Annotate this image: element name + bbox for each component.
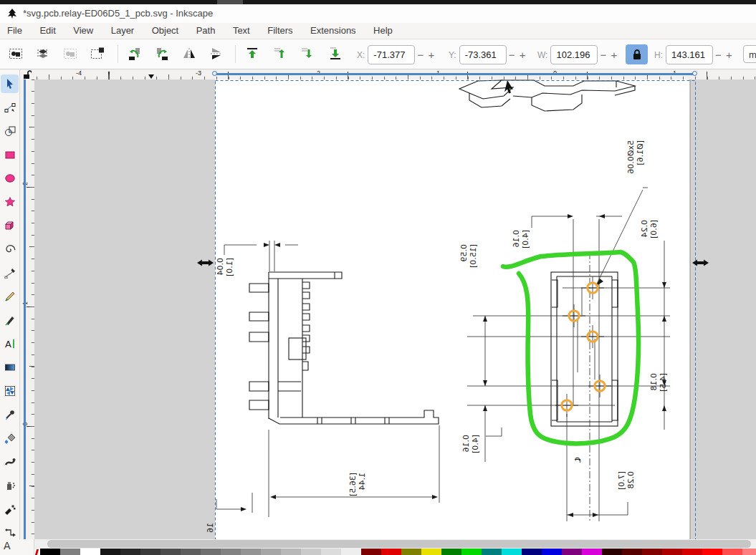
palette-swatch[interactable]: [542, 549, 562, 555]
palette-swatch[interactable]: [482, 549, 502, 555]
text-tool[interactable]: A: [1, 334, 19, 353]
menu-file[interactable]: File: [0, 23, 29, 39]
scale-handle-left[interactable]: [197, 260, 214, 266]
document-page[interactable]: [215, 79, 690, 539]
calligraphy-tool[interactable]: [1, 311, 19, 329]
w-input[interactable]: [551, 49, 598, 61]
y-increment-button[interactable]: +: [517, 46, 528, 64]
raise-to-top-button[interactable]: [241, 43, 264, 64]
menu-text[interactable]: Text: [226, 23, 257, 39]
raise-button[interactable]: [268, 43, 291, 64]
canvas-viewport[interactable]: 5xØ0.06[Ø1.6] 0.24[6.0] 0.16[4.0] 0.59[1…: [34, 79, 756, 539]
menu-layer[interactable]: Layer: [104, 23, 142, 39]
eraser-tool[interactable]: [1, 500, 19, 518]
h-decrement-button[interactable]: −: [713, 46, 724, 64]
lower-to-bottom-button[interactable]: [324, 43, 347, 64]
spray-tool[interactable]: [1, 476, 19, 495]
horizontal-ruler[interactable]: -4 -3 -2 -1 0 1: [34, 69, 756, 79]
palette-swatch[interactable]: [181, 549, 201, 555]
x-decrement-button[interactable]: −: [415, 46, 426, 64]
lock-ratio-button[interactable]: [626, 44, 648, 64]
palette-swatch[interactable]: [281, 549, 301, 555]
y-input[interactable]: [460, 49, 507, 61]
palette-swatch[interactable]: [361, 549, 381, 555]
palette-swatch[interactable]: [341, 549, 361, 555]
palette-swatch[interactable]: [441, 549, 461, 555]
palette-swatch[interactable]: [381, 549, 401, 555]
palette-swatch[interactable]: [582, 549, 602, 555]
palette-swatch[interactable]: [80, 549, 100, 555]
palette-swatch[interactable]: [722, 549, 742, 555]
guide-lock-corner[interactable]: [20, 69, 34, 79]
palette-swatch[interactable]: [622, 549, 642, 555]
pencil-tool[interactable]: [1, 287, 19, 306]
paint-bucket-tool[interactable]: [1, 429, 19, 448]
menu-object[interactable]: Object: [145, 23, 186, 39]
star-tool[interactable]: [1, 193, 19, 211]
menu-extensions[interactable]: Extensions: [303, 23, 363, 39]
palette-swatch[interactable]: [321, 549, 341, 555]
palette-swatch[interactable]: [120, 549, 140, 555]
tweak-tool[interactable]: [1, 453, 19, 471]
palette-swatch[interactable]: [502, 549, 522, 555]
gradient-tool[interactable]: [1, 358, 19, 377]
palette-swatch[interactable]: [421, 549, 441, 555]
palette-swatch[interactable]: [562, 549, 582, 555]
palette-swatch[interactable]: [742, 549, 756, 555]
rectangle-tool[interactable]: [1, 145, 19, 164]
menu-view[interactable]: View: [66, 23, 100, 39]
lower-button[interactable]: [295, 43, 318, 64]
y-decrement-button[interactable]: −: [507, 46, 517, 64]
flip-vertical-button[interactable]: [205, 43, 228, 64]
palette-swatch[interactable]: [161, 549, 181, 555]
shape-builder-tool[interactable]: [1, 122, 19, 140]
spiral-tool[interactable]: [1, 240, 19, 259]
palette-swatch[interactable]: [261, 549, 281, 555]
palette-swatch[interactable]: [702, 549, 722, 555]
flip-horizontal-button[interactable]: [178, 43, 201, 64]
palette-swatch[interactable]: [301, 549, 321, 555]
x-input[interactable]: [368, 49, 415, 61]
w-decrement-button[interactable]: −: [598, 46, 608, 64]
select-all-layers-button[interactable]: [32, 43, 54, 64]
dropper-tool[interactable]: [1, 405, 19, 424]
palette-swatch[interactable]: [201, 549, 221, 555]
rotate-ccw-button[interactable]: [123, 43, 146, 64]
x-increment-button[interactable]: +: [426, 46, 436, 64]
palette-swatch[interactable]: [100, 549, 120, 555]
mesh-gradient-tool[interactable]: [1, 382, 19, 400]
h-increment-button[interactable]: +: [724, 46, 735, 64]
palette-swatch[interactable]: [401, 549, 421, 555]
palette-swatch[interactable]: [60, 549, 80, 555]
h-input[interactable]: [666, 49, 713, 61]
palette-swatch[interactable]: [602, 549, 622, 555]
select-all-button[interactable]: [4, 43, 27, 64]
palette-swatch[interactable]: [40, 549, 60, 555]
horizontal-scrollbar-thumb[interactable]: [47, 540, 751, 548]
horizontal-scrollbar[interactable]: [34, 539, 756, 549]
ellipse-tool[interactable]: [1, 169, 19, 188]
deselect-button[interactable]: [59, 43, 82, 64]
vertical-ruler[interactable]: -2 -1 0: [20, 79, 34, 539]
palette-swatch[interactable]: [241, 549, 261, 555]
selection-bbox-button[interactable]: [86, 43, 109, 64]
palette-swatch[interactable]: [682, 549, 702, 555]
rotate-cw-button[interactable]: [150, 43, 173, 64]
menu-filters[interactable]: Filters: [260, 23, 300, 39]
palette-swatch[interactable]: [140, 549, 161, 555]
palette-swatch[interactable]: [221, 549, 241, 555]
menu-edit[interactable]: Edit: [32, 23, 62, 39]
pen-tool[interactable]: [1, 264, 19, 282]
w-increment-button[interactable]: +: [608, 46, 619, 64]
menu-path[interactable]: Path: [189, 23, 223, 39]
scale-handle-right[interactable]: [692, 260, 709, 266]
palette-swatch[interactable]: [662, 549, 682, 555]
palette-swatch[interactable]: [461, 549, 482, 555]
palette-none-marker[interactable]: [35, 549, 39, 555]
palette-swatch[interactable]: [522, 549, 542, 555]
selector-tool[interactable]: [1, 74, 19, 93]
node-tool[interactable]: [1, 98, 19, 117]
palette-swatch[interactable]: [642, 549, 662, 555]
units-dropdown[interactable]: mm: [743, 45, 756, 63]
menu-help[interactable]: Help: [366, 23, 400, 39]
